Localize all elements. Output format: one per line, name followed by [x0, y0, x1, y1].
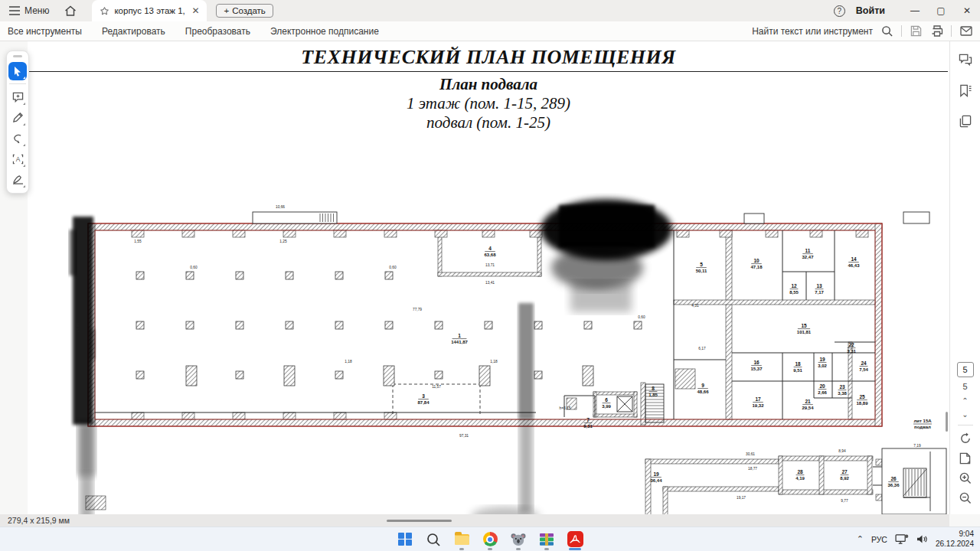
save-icon[interactable]	[910, 24, 923, 37]
previous-page-button[interactable]: ⌃	[962, 394, 968, 408]
lasso-icon	[12, 133, 23, 143]
pages-panel-button[interactable]	[956, 112, 975, 130]
print-icon[interactable]	[930, 24, 943, 37]
zoom-out-button[interactable]	[957, 490, 974, 507]
winrar-books-icon	[539, 533, 554, 546]
hidden-icons-chevron[interactable]: ⌃	[857, 534, 864, 544]
clock-date: 26.12.2024	[936, 540, 974, 549]
doc-subtitle-3: подвал (пом. 1-25)	[28, 113, 949, 132]
minimize-button[interactable]: —	[902, 0, 928, 21]
comments-icon	[959, 54, 972, 66]
koala-icon	[511, 533, 526, 546]
taskbar-search-button[interactable]	[424, 530, 443, 549]
panel-drag-handle[interactable]	[13, 55, 22, 57]
next-page-button[interactable]: ⌄	[962, 408, 968, 422]
comment-tool-button[interactable]	[8, 88, 27, 106]
menu-convert[interactable]: Преобразовать	[185, 26, 250, 37]
page-size-label: 279,4 x 215,9 мм	[0, 516, 70, 525]
menu-all-tools[interactable]: Все инструменты	[8, 26, 82, 37]
folder-icon	[455, 534, 469, 545]
help-icon[interactable]: ?	[834, 5, 845, 17]
ocr-text-tool-button[interactable]: A	[8, 150, 27, 168]
text-recognition-icon: A	[12, 154, 24, 165]
divider	[9, 83, 26, 84]
title-rule	[29, 71, 948, 72]
doc-title: ТЕХНИЧЕСКИЙ ПЛАН ПОМЕЩЕНИЯ	[28, 46, 949, 69]
bookmark-icon	[959, 84, 972, 97]
maximize-button[interactable]: ▢	[928, 0, 954, 21]
tab-close-icon[interactable]: ✕	[190, 5, 201, 16]
close-button[interactable]: ✕	[954, 0, 980, 21]
koala-app-button[interactable]	[509, 530, 528, 549]
zoom-in-button[interactable]	[957, 470, 974, 487]
home-button[interactable]	[57, 5, 84, 17]
vertical-scrollbar-thumb[interactable]	[946, 412, 948, 432]
start-button[interactable]	[396, 530, 414, 549]
toolbar: Все инструменты Редактировать Преобразов…	[0, 21, 980, 41]
doc-subtitle-1: План подвала	[28, 75, 949, 94]
search-icon	[426, 533, 440, 546]
speaker-icon[interactable]	[916, 534, 928, 544]
svg-text:A: A	[15, 155, 20, 162]
select-tool-button[interactable]	[8, 62, 27, 80]
divider	[901, 25, 902, 37]
mail-icon[interactable]	[959, 24, 972, 37]
rotate-icon	[959, 432, 972, 445]
fit-page-button[interactable]	[957, 450, 974, 467]
create-button[interactable]: + Создать	[216, 4, 273, 18]
plus-icon: +	[224, 6, 229, 15]
language-indicator[interactable]: РУС	[871, 535, 887, 544]
clock-time: 9:04	[936, 530, 974, 540]
menu-button[interactable]: Меню	[0, 5, 57, 16]
menu-label: Меню	[24, 5, 49, 16]
zoom-in-icon	[959, 472, 972, 484]
comments-panel-button[interactable]	[956, 51, 975, 69]
bookmarks-panel-button[interactable]	[956, 81, 975, 99]
windows-logo-icon	[398, 533, 412, 546]
network-icon[interactable]	[895, 534, 909, 545]
tab-title: корпус 13 этаж 1, п...	[114, 6, 185, 15]
home-icon	[64, 5, 77, 17]
zoom-out-icon	[959, 492, 972, 504]
menu-edit[interactable]: Редактировать	[102, 26, 165, 37]
hamburger-icon	[9, 6, 20, 15]
viewer-main: ТЕХНИЧЕСКИЙ ПЛАН ПОМЕЩЕНИЯ План подвала …	[0, 41, 980, 527]
cursor-arrow-icon	[13, 66, 23, 77]
taskbar-clock[interactable]: 9:04 26.12.2024	[936, 530, 974, 549]
menu-esign[interactable]: Электронное подписание	[270, 26, 379, 37]
pencil-icon	[12, 112, 23, 123]
file-explorer-button[interactable]	[452, 530, 471, 549]
document-tab[interactable]: корпус 13 этаж 1, п... ✕	[92, 0, 207, 21]
doc-subtitle-2: 1 этаж (пом. 1-15, 289)	[28, 94, 949, 113]
sign-tool-button[interactable]	[8, 171, 27, 189]
rotate-page-button[interactable]	[957, 430, 974, 447]
horizontal-scrollbar-thumb[interactable]	[387, 520, 452, 522]
acrobat-icon	[567, 531, 583, 547]
search-label[interactable]: Найти текст или инструмент	[752, 26, 873, 37]
acrobat-button[interactable]	[566, 530, 584, 549]
right-rail: 5 5 ⌃ ⌄	[949, 41, 980, 514]
quick-tools-panel: A	[6, 51, 29, 194]
winrar-button[interactable]	[537, 530, 556, 549]
fit-page-icon	[959, 452, 971, 465]
titlebar: Меню корпус 13 этаж 1, п... ✕ + Создать …	[0, 0, 980, 21]
page-number-input[interactable]: 5	[957, 362, 974, 377]
windows-taskbar: ⌃ РУС 9:04 26.12.2024	[0, 527, 980, 551]
document-heading: ТЕХНИЧЕСКИЙ ПЛАН ПОМЕЩЕНИЯ План подвала …	[28, 46, 949, 132]
status-bar: 279,4 x 215,9 мм	[0, 514, 949, 527]
divider	[951, 25, 952, 37]
page-total-label: 5	[962, 382, 967, 391]
page-navigation: 5 5 ⌃ ⌄	[950, 362, 980, 510]
chrome-icon	[483, 532, 498, 546]
pages-icon	[959, 115, 972, 128]
divider	[958, 425, 973, 425]
lasso-tool-button[interactable]	[8, 129, 27, 148]
signin-button[interactable]: Войти	[856, 5, 885, 16]
comment-icon	[12, 92, 24, 103]
draw-tool-button[interactable]	[8, 109, 27, 127]
signature-pen-icon	[12, 174, 24, 184]
chrome-button[interactable]	[481, 530, 499, 549]
search-icon[interactable]	[880, 24, 893, 37]
star-icon	[100, 6, 109, 16]
